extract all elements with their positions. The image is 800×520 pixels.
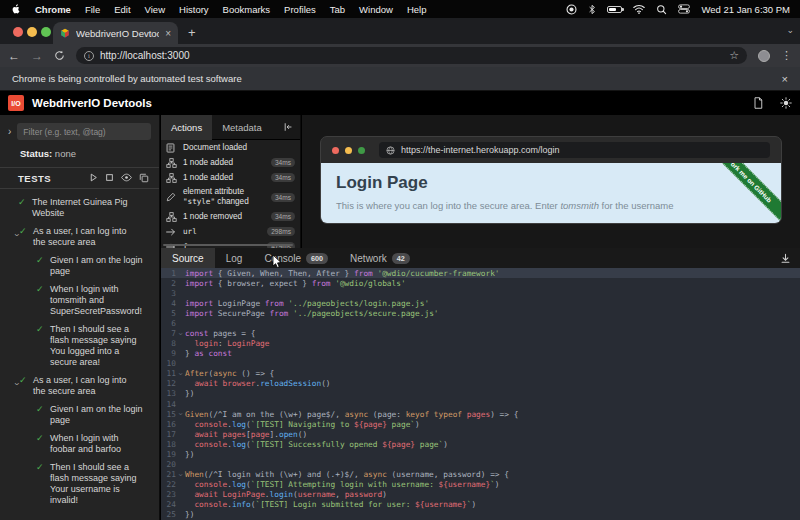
chrome-tabstrip: WebdriverIO Devtools × + ⌄ <box>0 18 800 44</box>
menu-history[interactable]: History <box>179 4 209 15</box>
browser-tab[interactable]: WebdriverIO Devtools × <box>53 22 178 44</box>
collapse-panel-icon[interactable] <box>283 122 300 132</box>
test-tree-item[interactable]: ›✓As a user, I can log into the secure a… <box>6 375 153 397</box>
code-line[interactable]: 16 console.log(`[TEST] Navigating to ${p… <box>161 419 800 429</box>
action-row[interactable]: 1 node removed34ms <box>161 209 300 224</box>
window-zoom-button[interactable] <box>41 27 51 37</box>
code-line[interactable]: 18 console.log(`[TEST] Successfully open… <box>161 439 800 449</box>
test-tree-item[interactable]: ✓Given I am on the login page <box>6 404 153 426</box>
tab-search-chevron-icon[interactable]: ⌄ <box>786 25 794 35</box>
code-line[interactable]: 12 await browser.reloadSession() <box>161 379 800 389</box>
tab-actions[interactable]: Actions <box>161 115 212 140</box>
chrome-menu-icon[interactable]: ⋮ <box>781 49 792 62</box>
page-info-icon[interactable]: i <box>84 51 94 61</box>
menu-profiles[interactable]: Profiles <box>284 4 316 15</box>
test-tree-item[interactable]: ✓When I login with foobar and barfoo <box>6 433 153 455</box>
tab-log[interactable]: Log <box>215 248 254 268</box>
control-center-icon[interactable] <box>678 4 690 14</box>
menu-bookmarks[interactable]: Bookmarks <box>223 4 271 15</box>
theme-toggle-sun-icon[interactable] <box>780 97 792 109</box>
horizontal-scrollbar[interactable] <box>163 244 293 246</box>
fold-chevron-icon[interactable]: › <box>176 330 185 338</box>
new-tab-button[interactable]: + <box>188 25 196 40</box>
code-line[interactable]: 23 await LoginPage.login(username, passw… <box>161 490 800 500</box>
code-line[interactable]: 5import SecurePage from '../pageobjects/… <box>161 308 800 318</box>
code-line[interactable]: 3 <box>161 288 800 298</box>
action-row[interactable]: url298ms <box>161 224 300 239</box>
watch-eye-icon[interactable] <box>121 173 132 182</box>
forward-button[interactable]: → <box>31 50 43 62</box>
code-line[interactable]: 8 login: LoginPage <box>161 339 800 349</box>
stop-tests-icon[interactable] <box>105 173 114 182</box>
code-line[interactable]: 21›When(/^I login with (\w+) and (.+)$/,… <box>161 470 800 480</box>
infobar-close-icon[interactable]: × <box>782 73 788 85</box>
window-close-button[interactable] <box>13 27 23 37</box>
fold-chevron-icon[interactable]: › <box>176 410 185 418</box>
bluetooth-icon[interactable] <box>588 4 596 15</box>
fold-chevron-icon[interactable]: › <box>176 471 185 479</box>
spotlight-search-icon[interactable] <box>656 4 667 15</box>
test-tree-item[interactable]: ›✓As a user, I can log into the secure a… <box>6 226 153 248</box>
chevron-down-icon[interactable]: › <box>0 383 22 392</box>
code-line[interactable]: 15›Given(/^I am on the (\w+) page$/, asy… <box>161 409 800 419</box>
menu-edit[interactable]: Edit <box>114 4 130 15</box>
tab-source[interactable]: Source <box>161 248 215 268</box>
code-text: await browser.reloadSession() <box>185 379 800 388</box>
test-tree-item[interactable]: ✓Given I am on the login page <box>6 255 153 277</box>
menu-window[interactable]: Window <box>359 4 393 15</box>
menu-tab[interactable]: Tab <box>330 4 345 15</box>
code-line[interactable]: 6 <box>161 318 800 328</box>
wifi-icon[interactable] <box>633 4 645 14</box>
bookmark-star-icon[interactable]: ☆ <box>729 49 739 62</box>
reload-button[interactable] <box>54 50 65 61</box>
code-line[interactable]: 7›const pages = { <box>161 328 800 338</box>
tab-close-icon[interactable]: × <box>165 28 171 39</box>
code-line[interactable]: 25}) <box>161 510 800 520</box>
menu-help[interactable]: Help <box>407 4 427 15</box>
window-minimize-button[interactable] <box>27 27 37 37</box>
action-row[interactable]: 1 node added34ms <box>161 155 300 170</box>
menu-view[interactable]: View <box>145 4 165 15</box>
download-icon[interactable] <box>780 253 800 264</box>
code-line[interactable]: 24 console.info(`[TEST] Login submitted … <box>161 500 800 510</box>
code-editor[interactable]: 1import { Given, When, Then, After } fro… <box>161 268 800 520</box>
recording-indicator-icon[interactable] <box>566 4 577 15</box>
code-line[interactable]: 19}) <box>161 449 800 459</box>
test-tree-item[interactable]: ✓The Internet Guinea Pig Website <box>6 197 153 219</box>
action-row[interactable]: 1 node added34ms <box>161 170 300 185</box>
fold-chevron-icon[interactable]: › <box>176 370 185 378</box>
code-line[interactable]: 2import { browser, expect } from '@wdio/… <box>161 278 800 288</box>
url-text[interactable]: http://localhost:3000 <box>100 50 723 61</box>
run-tests-play-icon[interactable] <box>89 173 98 182</box>
test-tree-item[interactable]: ✓Then I should see a flash message sayin… <box>6 324 153 368</box>
tab-console[interactable]: Console600 <box>253 248 339 268</box>
back-button[interactable]: ← <box>8 50 20 62</box>
code-line[interactable]: 20 <box>161 459 800 469</box>
filter-input[interactable] <box>17 123 151 140</box>
tab-metadata[interactable]: Metadata <box>212 115 272 140</box>
test-tree-item[interactable]: ✓When I login with tomsmith and SuperSec… <box>6 284 153 317</box>
action-row[interactable]: element attribute "style" changed34ms <box>161 185 300 209</box>
code-line[interactable]: 1import { Given, When, Then, After } fro… <box>161 268 800 278</box>
code-line[interactable]: 11›After(async () => { <box>161 369 800 379</box>
test-tree-item[interactable]: ✓Then I should see a flash message sayin… <box>6 462 153 506</box>
action-row[interactable]: Document loaded <box>161 140 300 155</box>
apple-icon[interactable] <box>10 3 21 15</box>
menubar-app-name[interactable]: Chrome <box>35 4 71 15</box>
omnibox[interactable]: i http://localhost:3000 ☆ <box>76 47 747 64</box>
screenshots-copy-icon[interactable] <box>139 173 149 183</box>
code-line[interactable]: 10 <box>161 359 800 369</box>
menu-file[interactable]: File <box>85 4 100 15</box>
menubar-clock[interactable]: Wed 21 Jan 6:30 PM <box>701 4 790 15</box>
code-line[interactable]: 9} as const <box>161 349 800 359</box>
report-file-icon[interactable] <box>752 97 764 109</box>
sidebar-collapse-chevron-icon[interactable]: › <box>8 126 11 137</box>
code-line[interactable]: 22 console.log(`[TEST] Attempting login … <box>161 480 800 490</box>
tab-network[interactable]: Network42 <box>339 248 421 268</box>
code-line[interactable]: 17 await pages[page].open() <box>161 429 800 439</box>
code-line[interactable]: 14 <box>161 399 800 409</box>
code-line[interactable]: 4import LoginPage from '../pageobjects/l… <box>161 298 800 308</box>
profile-avatar[interactable] <box>758 50 770 62</box>
chevron-down-icon[interactable]: › <box>0 234 22 243</box>
code-line[interactable]: 13}) <box>161 389 800 399</box>
